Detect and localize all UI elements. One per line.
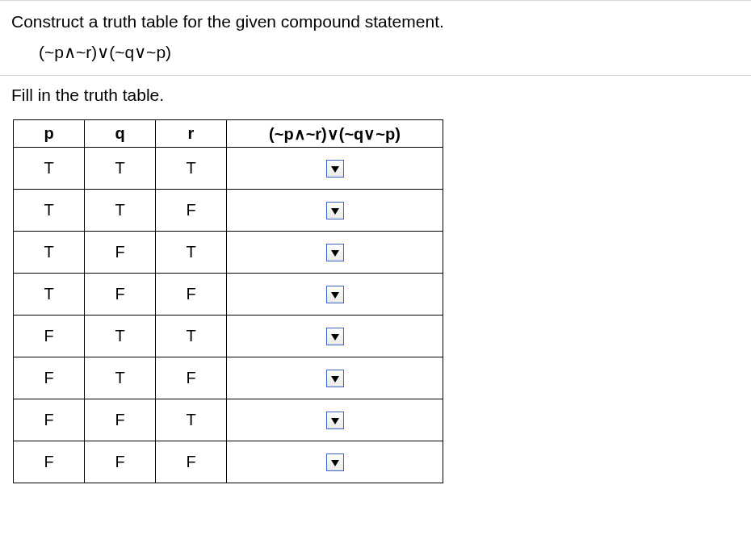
table-row: F F F [14, 441, 443, 483]
cell-answer [227, 357, 443, 399]
col-header-p: p [14, 120, 85, 148]
answer-dropdown[interactable] [326, 412, 344, 429]
table-row: T F F [14, 274, 443, 316]
table-row: F F T [14, 399, 443, 441]
answer-dropdown[interactable] [326, 244, 344, 261]
answer-dropdown[interactable] [326, 160, 344, 178]
cell-answer [227, 148, 443, 190]
cell-answer [227, 316, 443, 357]
cell-answer [227, 399, 443, 441]
col-header-r: r [156, 120, 227, 148]
cell-p: F [14, 316, 85, 357]
col-header-q: q [85, 120, 156, 148]
cell-r: F [156, 357, 227, 399]
table-row: F T T [14, 316, 443, 357]
cell-p: T [14, 274, 85, 316]
question-prompt: Construct a truth table for the given co… [11, 12, 740, 31]
cell-r: F [156, 274, 227, 316]
cell-q: T [85, 316, 156, 357]
cell-p: T [14, 148, 85, 190]
cell-r: F [156, 441, 227, 483]
col-header-result: (~p∧~r)∨(~q∨~p) [227, 120, 443, 148]
answer-section: Fill in the truth table. p q r (~p∧~r)∨(… [0, 76, 751, 483]
cell-q: F [85, 399, 156, 441]
answer-dropdown[interactable] [326, 202, 344, 219]
cell-q: F [85, 441, 156, 483]
cell-p: T [14, 190, 85, 232]
cell-answer [227, 274, 443, 316]
cell-answer [227, 190, 443, 232]
answer-dropdown[interactable] [326, 328, 344, 345]
answer-dropdown[interactable] [326, 453, 344, 471]
cell-q: T [85, 190, 156, 232]
table-row: T T T [14, 148, 443, 190]
compound-statement-formula: (~p∧~r)∨(~q∨~p) [39, 43, 740, 62]
cell-q: T [85, 357, 156, 399]
cell-r: F [156, 190, 227, 232]
cell-p: T [14, 232, 85, 274]
cell-r: T [156, 232, 227, 274]
cell-p: F [14, 441, 85, 483]
table-row: T F T [14, 232, 443, 274]
cell-p: F [14, 357, 85, 399]
answer-dropdown[interactable] [326, 370, 344, 387]
cell-answer [227, 441, 443, 483]
fill-instruction: Fill in the truth table. [11, 86, 751, 105]
cell-r: T [156, 399, 227, 441]
table-header-row: p q r (~p∧~r)∨(~q∨~p) [14, 120, 443, 148]
truth-table: p q r (~p∧~r)∨(~q∨~p) T T T T T F [13, 119, 443, 483]
cell-q: F [85, 232, 156, 274]
table-row: F T F [14, 357, 443, 399]
question-section: Construct a truth table for the given co… [0, 0, 751, 76]
cell-answer [227, 232, 443, 274]
cell-r: T [156, 148, 227, 190]
cell-q: F [85, 274, 156, 316]
answer-dropdown[interactable] [326, 286, 344, 303]
cell-p: F [14, 399, 85, 441]
table-row: T T F [14, 190, 443, 232]
cell-r: T [156, 316, 227, 357]
cell-q: T [85, 148, 156, 190]
